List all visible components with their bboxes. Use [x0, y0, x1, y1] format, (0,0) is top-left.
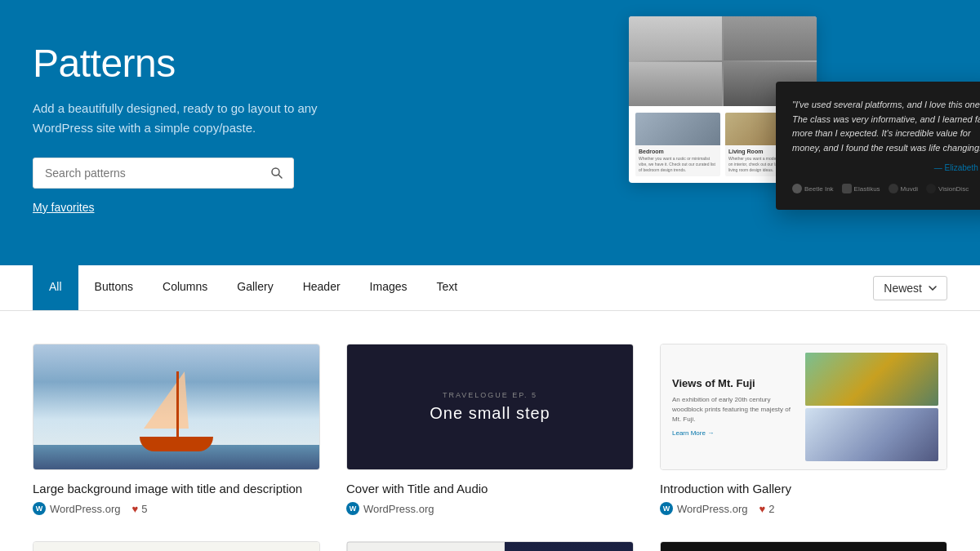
hero-preview-container: Bedroom Whether you want a rustic or min…	[539, 16, 980, 265]
sailboat-preview	[33, 344, 319, 469]
visit-preview: Plan Your Visit What's On Getting Here A…	[33, 542, 319, 551]
pattern-author-1: W WordPress.org	[33, 502, 120, 515]
img-cell-1	[629, 16, 722, 60]
sailboat-mast	[176, 371, 179, 445]
pattern-card-sailboat[interactable]: Large background image with title and de…	[33, 344, 320, 515]
heart-icon-1: ♥	[131, 503, 138, 515]
chevron-down-icon	[929, 286, 937, 291]
pattern-card-quote[interactable]: "	[660, 541, 947, 551]
likes-count-1: 5	[141, 503, 147, 515]
pattern-card-cover[interactable]: TRAVELOGUE EP. 5 One small step Cover wi…	[346, 344, 634, 515]
pattern-author-3: W WordPress.org	[660, 502, 747, 515]
pattern-preview-visit: Plan Your Visit What's On Getting Here A…	[33, 541, 320, 551]
gallery-left: Views of Mt. Fuji An exhibition of early…	[669, 353, 803, 461]
sort-label: Newest	[884, 282, 922, 295]
img-cell-3	[629, 62, 722, 106]
dark-title: One small step	[430, 404, 550, 423]
pattern-preview-sailboat	[33, 344, 320, 470]
pattern-preview-cover: TRAVELOGUE EP. 5 One small step	[346, 344, 634, 470]
pattern-preview-gallery: Views of Mt. Fuji An exhibition of early…	[660, 344, 947, 470]
gallery-preview-desc: An exhibition of early 20th century wood…	[672, 395, 800, 424]
hello-right: The Lunar Roving HelloRover	[505, 542, 634, 551]
hero-right: Bedroom Whether you want a rustic or min…	[441, 33, 947, 265]
dark-preview: TRAVELOGUE EP. 5 One small step	[347, 344, 633, 469]
testimonial-text: "I've used several platforms, and I love…	[792, 98, 980, 155]
logo-beetle-ink: Beetle Ink	[792, 184, 834, 193]
hello-preview: The Lunar Roving HelloRover	[347, 542, 633, 551]
tab-text[interactable]: Text	[424, 265, 471, 310]
hello-left	[347, 542, 505, 551]
svg-point-0	[272, 168, 279, 176]
logo-elastikus: Elastikus	[842, 184, 880, 193]
author-name-3: WordPress.org	[677, 503, 747, 515]
logo-muvdi: Muvdi	[889, 184, 918, 193]
filter-bar: All Buttons Columns Gallery Header Image…	[0, 265, 980, 311]
gallery-img-bottom	[805, 408, 939, 461]
testimonial-author: — Elizabeth B.	[792, 163, 980, 172]
pattern-title-3: Introduction with Gallery	[660, 482, 947, 495]
dark-subtitle: TRAVELOGUE EP. 5	[443, 391, 537, 399]
testimonial-logos: Beetle Ink Elastikus Muvdi VisionDi	[792, 184, 980, 193]
search-box	[33, 158, 294, 189]
pattern-author-2: W WordPress.org	[346, 502, 434, 515]
pattern-card-gallery[interactable]: Views of Mt. Fuji An exhibition of early…	[660, 344, 947, 515]
tab-all[interactable]: All	[33, 265, 78, 310]
wp-icon-1: W	[33, 502, 46, 515]
search-icon	[270, 167, 283, 180]
tab-columns[interactable]: Columns	[149, 265, 220, 310]
page-title: Patterns	[33, 41, 441, 86]
pattern-card-hello[interactable]: The Lunar Roving HelloRover	[346, 541, 634, 551]
gallery-preview-title: Views of Mt. Fuji	[672, 377, 800, 391]
hero-section: Patterns Add a beautifully designed, rea…	[0, 0, 980, 265]
sort-select[interactable]: Newest	[873, 276, 947, 300]
pattern-meta-2: W WordPress.org	[346, 502, 634, 515]
gallery-img-top	[805, 353, 939, 406]
tab-buttons[interactable]: Buttons	[82, 265, 146, 310]
tab-gallery[interactable]: Gallery	[224, 265, 286, 310]
bedroom-desc: Whether you want a rustic or minimalist …	[635, 156, 720, 176]
logo-visiondisc: VisionDisc	[926, 184, 969, 193]
quote-preview: "	[661, 542, 947, 551]
testimonial-card: "I've used several platforms, and I love…	[776, 82, 980, 210]
pattern-title-1: Large background image with title and de…	[33, 482, 320, 495]
pattern-title-2: Cover with Title and Audio	[346, 482, 634, 495]
author-name-2: WordPress.org	[363, 503, 434, 515]
sailboat-sail	[144, 371, 189, 429]
svg-line-1	[279, 176, 283, 179]
preview-bedroom-card: Bedroom Whether you want a rustic or min…	[635, 113, 720, 176]
bedroom-label: Bedroom	[635, 145, 720, 156]
patterns-grid: Large background image with title and de…	[33, 344, 947, 551]
pattern-preview-quote: "	[660, 541, 947, 551]
pattern-preview-hello: The Lunar Roving HelloRover	[346, 541, 634, 551]
pattern-likes-1: ♥ 5	[131, 503, 147, 515]
img-cell-2	[724, 16, 817, 60]
pattern-likes-3: ♥ 2	[759, 503, 774, 515]
main-content: Large background image with title and de…	[0, 311, 980, 551]
hero-left: Patterns Add a beautifully designed, rea…	[33, 33, 441, 247]
tab-header[interactable]: Header	[290, 265, 354, 310]
tab-images[interactable]: Images	[357, 265, 421, 310]
search-input[interactable]	[33, 158, 261, 188]
wp-icon-2: W	[346, 502, 359, 515]
wp-icon-3: W	[660, 502, 673, 515]
my-favorites-link[interactable]: My favorites	[33, 201, 94, 214]
sailboat-hull	[140, 437, 213, 451]
pattern-meta-1: W WordPress.org ♥ 5	[33, 502, 320, 515]
gallery-learn-more: Learn More →	[672, 429, 800, 437]
heart-icon-3: ♥	[759, 503, 765, 515]
likes-count-3: 2	[768, 503, 774, 515]
author-name-1: WordPress.org	[50, 503, 120, 515]
gallery-preview: Views of Mt. Fuji An exhibition of early…	[661, 344, 947, 469]
hero-description: Add a beautifully designed, ready to go …	[33, 99, 327, 138]
gallery-right	[805, 353, 939, 461]
filter-tabs: All Buttons Columns Gallery Header Image…	[33, 265, 470, 310]
pattern-card-visit[interactable]: Plan Your Visit What's On Getting Here A…	[33, 541, 320, 551]
pattern-meta-3: W WordPress.org ♥ 2	[660, 502, 947, 515]
search-button[interactable]	[261, 160, 293, 186]
